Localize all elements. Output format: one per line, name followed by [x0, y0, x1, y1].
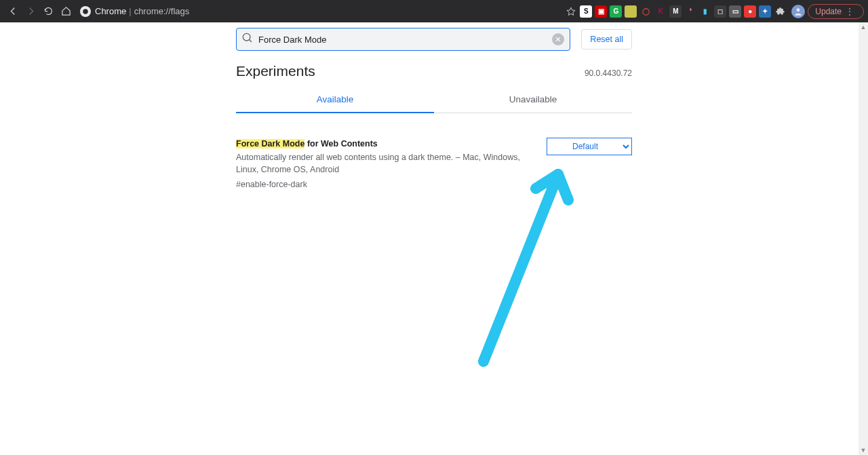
update-label: Update — [815, 7, 842, 16]
extension-icon[interactable]: ❜ — [684, 5, 696, 18]
url-origin: Chrome — [95, 6, 126, 16]
reset-all-button[interactable]: Reset all — [581, 29, 632, 50]
profile-avatar[interactable] — [791, 5, 805, 18]
extension-icon[interactable]: ▣ — [595, 5, 607, 18]
extension-icon[interactable]: K — [654, 5, 667, 18]
address-bar[interactable]: Chrome | chrome://flags — [80, 6, 189, 17]
extension-icon[interactable]: S — [580, 5, 592, 18]
browser-toolbar: Chrome | chrome://flags S▣G◯KM❜▮◻▭●✦ Upd… — [0, 0, 868, 22]
search-input[interactable] — [253, 35, 552, 45]
tab-unavailable[interactable]: Unavailable — [434, 86, 632, 113]
scroll-down-arrow-icon[interactable]: ▼ — [859, 446, 868, 455]
extension-icon[interactable]: M — [669, 5, 682, 18]
extensions-row: S▣G◯KM❜▮◻▭●✦ — [580, 5, 771, 18]
extension-icon[interactable]: ▮ — [699, 5, 711, 18]
flag-title-rest: for Web Contents — [304, 139, 377, 149]
search-icon — [242, 33, 253, 46]
extensions-puzzle-icon[interactable] — [772, 3, 788, 20]
flag-description: Automatically render all web contents us… — [236, 153, 520, 174]
forward-button[interactable] — [22, 3, 39, 20]
extension-icon[interactable]: ● — [744, 5, 756, 18]
extension-icon[interactable]: G — [610, 5, 622, 18]
extension-icon[interactable]: ▭ — [729, 5, 741, 18]
flag-title-highlight: Force Dark Mode — [236, 139, 304, 149]
tabs: Available Unavailable — [236, 86, 632, 113]
page-title: Experiments — [236, 63, 315, 79]
vertical-scrollbar[interactable]: ▲ ▼ — [859, 22, 868, 455]
extension-icon[interactable]: ✦ — [759, 5, 771, 18]
back-button[interactable] — [5, 3, 21, 20]
flag-row: Force Dark Mode for Web Contents Automat… — [236, 138, 632, 191]
scroll-up-arrow-icon[interactable]: ▲ — [859, 22, 868, 32]
update-button[interactable]: Update⋮ — [808, 4, 864, 19]
home-button[interactable] — [58, 3, 74, 20]
extension-icon[interactable]: ◯ — [639, 5, 652, 18]
flag-hash-link[interactable]: #enable-force-dark — [236, 178, 307, 191]
reload-button[interactable] — [40, 3, 56, 20]
svg-point-1 — [797, 8, 800, 12]
extension-icon[interactable]: ◻ — [714, 5, 726, 18]
url-separator: | — [129, 6, 131, 16]
version-text: 90.0.4430.72 — [585, 68, 632, 78]
site-identity-icon — [80, 6, 91, 17]
url-path: chrome://flags — [134, 6, 190, 16]
flag-state-select[interactable]: DefaultEnabledDisabled — [547, 138, 632, 155]
page-body: Reset all Experiments 90.0.4430.72 Avail… — [0, 22, 868, 455]
extension-icon[interactable] — [625, 5, 637, 18]
kebab-icon: ⋮ — [846, 7, 854, 16]
bookmark-star-icon[interactable] — [563, 3, 579, 20]
clear-search-button[interactable] — [552, 33, 564, 45]
flag-title: Force Dark Mode for Web Contents — [236, 138, 378, 150]
svg-point-0 — [83, 9, 88, 14]
tab-available[interactable]: Available — [236, 86, 434, 113]
search-field-wrap — [236, 28, 570, 51]
